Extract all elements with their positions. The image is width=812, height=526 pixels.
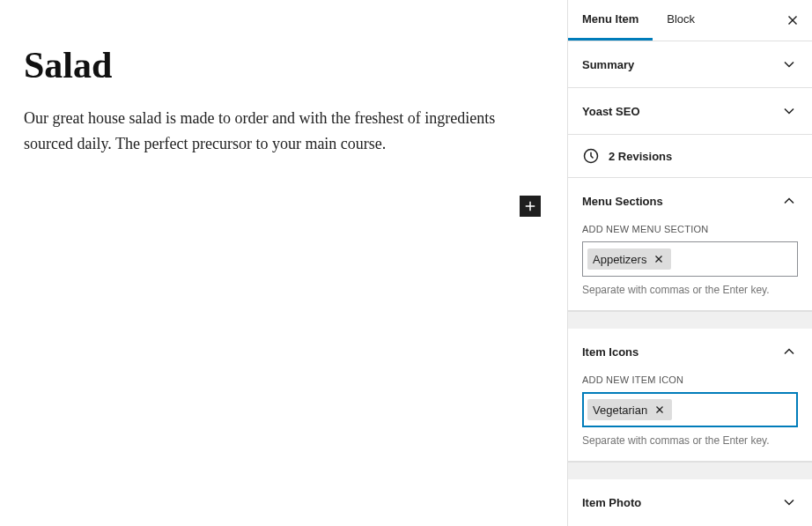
section-gap xyxy=(568,311,812,329)
panel-menu-sections-body: ADD NEW MENU SECTION Appetizers Separate… xyxy=(568,224,812,310)
panel-yoast-header[interactable]: Yoast SEO xyxy=(568,88,812,134)
panel-item-icons-header[interactable]: Item Icons xyxy=(568,329,812,374)
history-icon xyxy=(582,147,600,165)
panel-item-icons: Item Icons ADD NEW ITEM ICON Vegetarian … xyxy=(568,329,812,462)
remove-tag-button[interactable] xyxy=(653,403,667,417)
panel-yoast: Yoast SEO xyxy=(568,88,812,135)
tag-chip-label: Appetizers xyxy=(593,253,646,266)
tag-chip-appetizers: Appetizers xyxy=(587,248,671,270)
add-block-button[interactable] xyxy=(520,196,541,217)
panel-summary-title: Summary xyxy=(582,58,634,71)
chevron-up-icon xyxy=(780,192,798,210)
revisions-link[interactable]: 2 Revisions xyxy=(568,135,812,178)
remove-tag-button[interactable] xyxy=(652,252,666,266)
tab-menu-item[interactable]: Menu Item xyxy=(568,0,653,41)
panel-item-icons-title: Item Icons xyxy=(582,345,639,359)
panel-yoast-title: Yoast SEO xyxy=(582,105,640,118)
tag-chip-label: Vegetarian xyxy=(593,404,647,417)
close-icon xyxy=(653,253,665,265)
close-sidebar-button[interactable] xyxy=(782,10,803,31)
post-title[interactable]: Salad xyxy=(24,44,543,86)
post-body[interactable]: Our great house salad is made to order a… xyxy=(24,106,543,157)
chevron-down-icon xyxy=(780,102,798,120)
editor-main: Salad Our great house salad is made to o… xyxy=(0,0,567,526)
close-icon xyxy=(653,404,666,416)
revisions-label: Revisions xyxy=(618,150,672,163)
tag-chip-vegetarian: Vegetarian xyxy=(587,399,672,420)
section-gap xyxy=(568,462,812,479)
panel-item-icons-body: ADD NEW ITEM ICON Vegetarian Separate wi… xyxy=(568,374,812,461)
chevron-down-icon xyxy=(780,56,798,73)
panel-item-photo-header[interactable]: Item Photo xyxy=(568,479,812,525)
menu-sections-label: ADD NEW MENU SECTION xyxy=(582,224,798,234)
panel-menu-sections-header[interactable]: Menu Sections xyxy=(568,178,812,224)
item-icons-helper: Separate with commas or the Enter key. xyxy=(582,434,798,447)
sidebar-tabs: Menu Item Block xyxy=(568,0,812,41)
panel-menu-sections: Menu Sections ADD NEW MENU SECTION Appet… xyxy=(568,178,812,311)
panel-summary-header[interactable]: Summary xyxy=(568,41,812,87)
settings-sidebar: Menu Item Block Summary Yoast SEO xyxy=(567,0,812,526)
plus-icon xyxy=(522,198,538,214)
item-icons-input-wrap[interactable]: Vegetarian xyxy=(582,392,798,427)
panel-summary: Summary xyxy=(568,41,812,88)
tab-block[interactable]: Block xyxy=(653,0,709,41)
chevron-down-icon xyxy=(780,493,798,511)
menu-sections-helper: Separate with commas or the Enter key. xyxy=(582,284,798,296)
panel-item-photo: Item Photo xyxy=(568,479,812,525)
item-icons-input[interactable] xyxy=(675,400,793,420)
revisions-count: 2 xyxy=(609,150,615,163)
panel-item-photo-title: Item Photo xyxy=(582,496,641,509)
menu-sections-input[interactable] xyxy=(675,249,793,270)
menu-sections-input-wrap[interactable]: Appetizers xyxy=(582,241,798,277)
close-icon xyxy=(785,12,801,28)
revisions-text: 2 Revisions xyxy=(609,150,672,163)
chevron-up-icon xyxy=(780,343,798,360)
panel-menu-sections-title: Menu Sections xyxy=(582,195,663,208)
item-icons-label: ADD NEW ITEM ICON xyxy=(582,374,798,385)
